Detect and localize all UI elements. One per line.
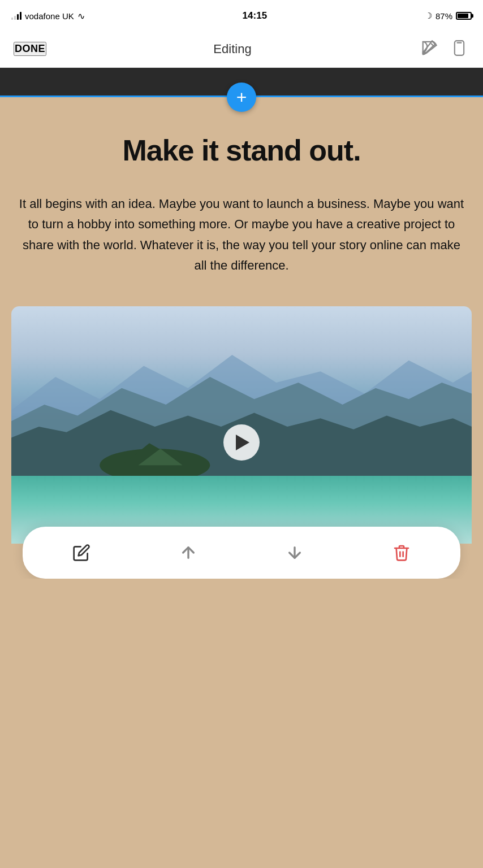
delete-block-button[interactable]	[381, 538, 422, 567]
move-down-button[interactable]	[274, 538, 315, 567]
status-right: ☽ 87%	[425, 11, 472, 21]
brush-icon	[421, 40, 438, 57]
trash-icon	[393, 544, 411, 562]
add-block-container: +	[0, 83, 483, 112]
arrow-down-icon	[286, 544, 304, 562]
battery-percent: 87%	[435, 11, 452, 21]
arrow-up-icon	[179, 544, 197, 562]
plus-icon: +	[236, 88, 247, 106]
brush-button[interactable]	[419, 37, 440, 60]
battery-icon	[456, 12, 472, 20]
video-play-button[interactable]	[223, 424, 260, 461]
block-toolbar	[23, 527, 460, 579]
add-block-button[interactable]: +	[227, 83, 256, 112]
edit-icon	[72, 544, 90, 562]
phone-preview-button[interactable]	[449, 38, 469, 60]
done-button[interactable]: DONE	[14, 42, 46, 56]
nav-icons	[419, 37, 469, 60]
nav-bar: DONE Editing	[0, 31, 483, 68]
carrier-label: vodafone UK	[25, 11, 74, 21]
wifi-icon: ∿	[77, 11, 85, 21]
status-left: vodafone UK ∿	[11, 11, 85, 21]
content-area: Make it stand out. It all begins with an…	[0, 112, 483, 579]
play-icon	[236, 435, 249, 450]
status-bar: vodafone UK ∿ 14:15 ☽ 87%	[0, 0, 483, 31]
page-title: Editing	[213, 42, 251, 57]
moon-icon: ☽	[425, 11, 432, 21]
signal-bars-icon	[11, 12, 21, 20]
phone-icon	[451, 40, 467, 56]
headline-text: Make it stand out.	[17, 134, 466, 167]
status-time: 14:15	[243, 10, 267, 21]
bottom-spacer	[0, 579, 483, 613]
move-up-button[interactable]	[168, 538, 209, 567]
body-text: It all begins with an idea. Maybe you wa…	[17, 194, 466, 276]
video-block	[11, 306, 472, 579]
edit-block-button[interactable]	[61, 538, 102, 567]
